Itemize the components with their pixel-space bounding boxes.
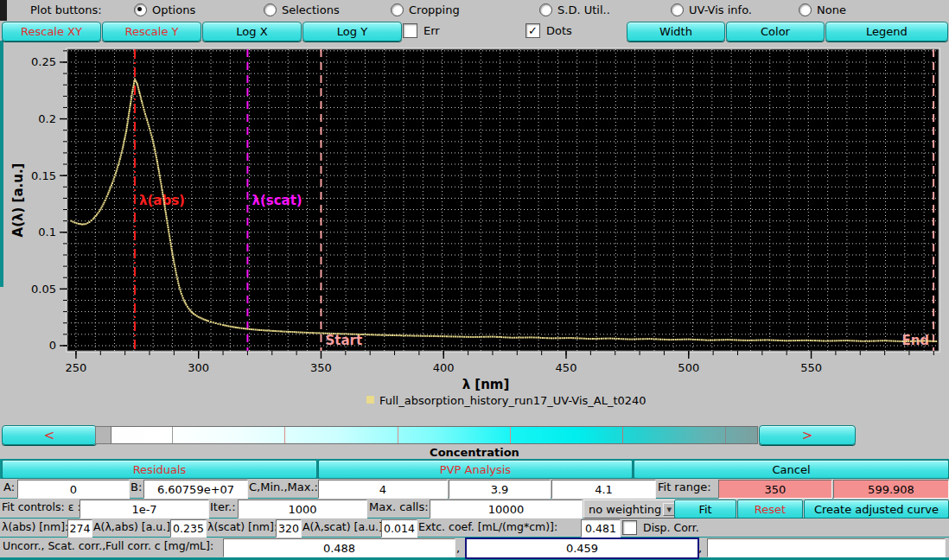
checkbox-label: Err bbox=[424, 24, 440, 37]
separator: , bbox=[456, 542, 460, 555]
y-tick-label: 0 bbox=[49, 339, 56, 352]
a-scat-label: A(λ,scat) [a.u.]: bbox=[303, 520, 386, 533]
strip-divider bbox=[284, 427, 285, 443]
fit-controls-label: Fit controls: ε : bbox=[2, 500, 81, 513]
checkbox-icon bbox=[622, 520, 637, 535]
legend-swatch bbox=[366, 396, 374, 404]
cancel-button[interactable]: Cancel bbox=[634, 460, 949, 479]
scroll-right-button[interactable]: > bbox=[759, 425, 856, 445]
cminmax-label: C,Min.,Max.: bbox=[249, 480, 318, 493]
x-tick-label: 300 bbox=[188, 361, 209, 374]
color-scale-strip[interactable] bbox=[111, 426, 758, 444]
y-tick-label: 0.05 bbox=[31, 283, 56, 296]
lambda-abs-label: λ(abs) [nm]: bbox=[2, 520, 68, 533]
weighting-dropdown[interactable]: no weighting ▾ bbox=[583, 500, 680, 519]
uncorr-conc-field[interactable]: 0.488 bbox=[223, 538, 455, 557]
y-tick-label: 0.15 bbox=[31, 169, 56, 182]
strip-divider bbox=[725, 427, 726, 443]
marker-label: λ(scat) bbox=[252, 193, 302, 208]
pvp-analysis-button[interactable]: PVP Analysis bbox=[318, 460, 633, 479]
scroll-left-button[interactable]: < bbox=[2, 425, 97, 445]
dots-checkbox[interactable]: ✓ Dots bbox=[525, 23, 572, 38]
y-axis-title: A(λ) [a.u.] bbox=[10, 163, 26, 238]
checkbox-label: Dots bbox=[546, 24, 572, 37]
radio-cropping[interactable]: Cropping bbox=[391, 3, 460, 16]
fit-range-to-field[interactable]: 599.908 bbox=[833, 480, 949, 499]
strip-divider bbox=[622, 427, 623, 443]
uv-vis-analysis-window: Plot buttons: Options Selections Croppin… bbox=[0, 0, 949, 560]
radio-label: None bbox=[817, 3, 846, 16]
concentration-values-label: Uncorr., Scat. corr.,Full corr. c [mg/mL… bbox=[3, 539, 213, 552]
extc-coef-field[interactable]: 0.481 bbox=[581, 519, 621, 538]
scat-corr-conc-field[interactable]: 0.459 bbox=[465, 538, 699, 559]
legend-label: Full_absorption_history_run17_UV-Vis_AL_… bbox=[379, 394, 646, 407]
radio-label: Selections bbox=[282, 3, 340, 16]
x-tick-label: 500 bbox=[678, 361, 699, 374]
c-field[interactable]: 4 bbox=[318, 480, 448, 499]
lambda-abs-field[interactable]: 274 bbox=[67, 519, 92, 538]
radio-label: UV-Vis info. bbox=[689, 3, 752, 16]
y-tick-label: 0.25 bbox=[31, 55, 56, 68]
create-adjusted-curve-button[interactable]: Create adjusted curve bbox=[804, 500, 949, 519]
radio-icon bbox=[671, 3, 684, 16]
left-edge-strip bbox=[0, 0, 7, 21]
strip-divider bbox=[510, 427, 511, 443]
fit-button[interactable]: Fit bbox=[674, 500, 736, 519]
a-abs-field[interactable]: 0.235 bbox=[170, 519, 207, 538]
y-tick-label: 0.1 bbox=[38, 226, 56, 239]
iter-label: Iter.: bbox=[210, 500, 236, 513]
spectrum-plot[interactable]: 25030035040045050055000.050.10.150.20.25… bbox=[0, 41, 949, 423]
lambda-scat-label: λ(scat) [nm]: bbox=[207, 520, 277, 533]
cmax-field[interactable]: 4.1 bbox=[551, 480, 656, 499]
a-scat-field[interactable]: 0.014 bbox=[381, 519, 417, 538]
separator: , bbox=[698, 542, 702, 555]
color-button[interactable]: Color bbox=[726, 22, 825, 41]
radio-uv-vis-info[interactable]: UV-Vis info. bbox=[671, 3, 752, 16]
radio-none[interactable]: None bbox=[799, 3, 846, 16]
lambda-scat-field[interactable]: 320 bbox=[276, 519, 302, 538]
iterations-field[interactable]: 1000 bbox=[238, 500, 367, 519]
max-calls-field[interactable]: 10000 bbox=[430, 500, 583, 519]
weighting-value: no weighting bbox=[589, 503, 661, 516]
fit-range-label: Fit range: bbox=[658, 480, 711, 493]
cmin-field[interactable]: 3.9 bbox=[449, 480, 551, 499]
width-button[interactable]: Width bbox=[627, 22, 725, 41]
radio-icon bbox=[539, 3, 552, 16]
rescale-y-button[interactable]: Rescale Y bbox=[102, 22, 201, 41]
log-y-button[interactable]: Log Y bbox=[303, 22, 402, 41]
radio-label: S.D. Util.. bbox=[557, 3, 610, 16]
residuals-button[interactable]: Residuals bbox=[2, 460, 317, 479]
err-checkbox[interactable]: Err bbox=[403, 23, 440, 38]
plot-buttons-label: Plot buttons: bbox=[30, 3, 102, 16]
x-axis-title: λ [nm] bbox=[462, 377, 510, 392]
fit-range-from-field[interactable]: 350 bbox=[718, 480, 832, 499]
legend-button[interactable]: Legend bbox=[825, 22, 948, 41]
a-field[interactable]: 0 bbox=[17, 480, 130, 499]
radio-sd-util[interactable]: S.D. Util.. bbox=[539, 3, 610, 16]
x-tick-label: 450 bbox=[556, 361, 577, 374]
rescale-xy-button[interactable]: Rescale XY bbox=[2, 22, 101, 41]
plot-background bbox=[67, 49, 939, 351]
epsilon-field[interactable]: 1e-7 bbox=[80, 500, 209, 519]
radio-icon bbox=[391, 3, 404, 16]
radio-label: Options bbox=[152, 3, 195, 16]
log-x-button[interactable]: Log X bbox=[202, 22, 302, 41]
scroll-track-end[interactable] bbox=[95, 426, 111, 444]
full-corr-conc-field[interactable] bbox=[707, 538, 946, 557]
x-tick-label: 250 bbox=[66, 361, 87, 374]
radio-options[interactable]: Options bbox=[134, 3, 195, 16]
x-tick-label: 350 bbox=[310, 361, 332, 374]
radio-label: Cropping bbox=[409, 3, 460, 16]
radio-selections[interactable]: Selections bbox=[264, 3, 340, 16]
x-tick-label: 400 bbox=[433, 361, 455, 374]
disp-corr-checkbox[interactable]: Disp. Corr. bbox=[622, 520, 699, 535]
strip-divider bbox=[398, 427, 398, 443]
checkbox-icon: ✓ bbox=[525, 23, 540, 38]
reset-button[interactable]: Reset bbox=[737, 500, 803, 519]
a-label: A: bbox=[3, 480, 15, 493]
b-field[interactable]: 6.60759e+07 bbox=[143, 480, 248, 499]
radio-icon bbox=[264, 3, 277, 16]
y-tick-label: 0.2 bbox=[38, 112, 56, 125]
radio-icon bbox=[799, 3, 812, 16]
extc-coef-label: Extc. coef. [mL/(mg*cm)]: bbox=[418, 520, 557, 533]
